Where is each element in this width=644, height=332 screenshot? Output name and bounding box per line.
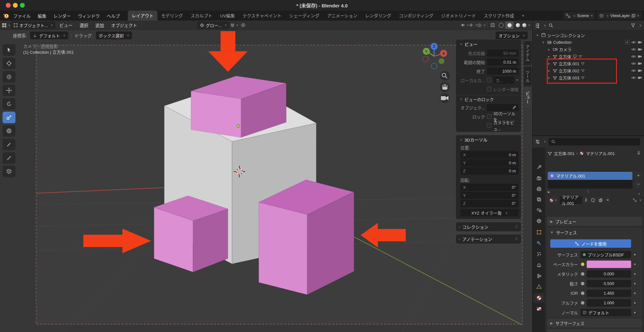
tweak-tool[interactable] [3,71,15,83]
workspace-tab-geometry-nodes[interactable]: ジオメトリノード [437,11,480,21]
shading-solid-button[interactable] [505,22,514,29]
hide-eye-icon[interactable] [631,55,636,58]
cursor-rotation-y[interactable]: Y0° [460,192,518,199]
pink-cube-right[interactable] [259,180,354,295]
outliner-row-cube[interactable]: ▸ 立方体 [533,53,644,60]
local-camera-field[interactable]: カ... [493,77,514,84]
disclosure-icon[interactable]: ▸ [547,69,551,72]
properties-search-field[interactable] [549,138,640,145]
normal-field[interactable]: デフォルト [581,309,631,316]
menu-select[interactable]: 選択 [76,22,91,28]
menu-window[interactable]: ウィンドウ [74,13,103,19]
alpha-slider[interactable]: 1.000 [587,299,631,307]
clip-start-field[interactable]: 0.01 m [487,59,518,66]
roughness-slider[interactable]: 0.500 [587,280,631,287]
resize-grip-icon[interactable]: ⠿ [587,190,590,194]
orientation-setting-dropdown[interactable]: デフォルト ∨ [30,32,68,39]
disclosure-icon[interactable]: ▸ [547,48,551,51]
disclosure-icon[interactable]: ▾ [541,41,545,44]
hide-eye-icon[interactable] [631,48,636,51]
filter-icon[interactable] [631,23,635,28]
camera-to-view-checkbox[interactable] [487,123,491,128]
drag-grip-icon[interactable]: ⠿ [515,225,518,229]
tab-view-layer-properties[interactable] [533,195,545,204]
tab-view[interactable]: ビュー [524,88,532,107]
move-tool[interactable] [3,85,15,96]
gizmo-minus-y-axis[interactable] [439,58,444,64]
workspace-tab-sculpting[interactable]: スカルプト [187,11,216,21]
workspace-tab-shading[interactable]: シェーディング [285,11,323,21]
disclosure-icon[interactable]: ▸ [547,76,551,79]
snap-toggle[interactable]: ∨ [230,22,238,29]
workspace-tab-uv[interactable]: UV編集 [216,11,239,21]
animate-dot[interactable] [634,254,636,255]
disable-render-camera-icon[interactable] [638,41,642,44]
shading-material-button[interactable] [514,22,522,29]
users-count-button[interactable]: 3 [583,196,589,204]
annotate-tool[interactable] [3,139,15,150]
blender-logo-icon[interactable] [3,12,10,19]
animate-dot[interactable] [634,273,636,275]
search-icon[interactable] [549,23,553,28]
workspace-tab-layout[interactable]: レイアウト [128,11,157,21]
workspace-tab-scripting[interactable]: スクリプト作成 [480,11,518,21]
overlays-toggle[interactable]: ∨ [477,22,486,29]
transform-orientation-selector[interactable]: グロー... ∨ [197,22,229,29]
outliner-editor-icon[interactable] [535,23,540,28]
viewlayer-unlink-button[interactable]: × [637,14,639,18]
tab-tool-properties[interactable] [533,162,545,172]
use-nodes-button[interactable]: ノードを使用 [550,239,631,248]
3d-cursor-panel-header[interactable]: ∨ 3Dカーソル [456,135,521,144]
metallic-slider[interactable]: 0.000 [587,270,631,278]
drag-grip-icon[interactable]: ⠿ [515,237,518,241]
outliner-row-camera[interactable]: ▸ カメラ [533,46,644,53]
surface-shader-dropdown[interactable]: プリンシプルBSDF [581,251,631,258]
collection-panel-header[interactable]: › コレクション ⠿ [456,222,521,231]
unlink-material-button[interactable]: × [605,196,611,204]
disclosure-icon[interactable]: ▾ [535,33,540,37]
tab-scene-properties[interactable] [533,205,545,215]
cursor-location-z[interactable]: Z0 m [460,167,518,175]
base-color-swatch[interactable] [587,261,631,268]
disclosure-icon[interactable]: ▸ [547,62,551,65]
tab-material-properties[interactable] [533,293,545,303]
material-slot-empty[interactable] [548,180,632,188]
workspace-tab-compositing[interactable]: コンポジティング [395,11,437,21]
surface-panel-header[interactable]: ▼ サーフェス [547,228,642,237]
cursor-rotation-x[interactable]: X0° [460,184,518,191]
tab-constraint-properties[interactable] [533,271,545,281]
zoom-button[interactable] [440,71,450,81]
ior-slider[interactable]: 1.450 [587,290,631,297]
new-viewlayer-icon[interactable] [631,14,635,18]
lock-object-field[interactable] [487,104,518,111]
new-material-button[interactable] [597,196,604,204]
drag-setting-dropdown[interactable]: ボックス選択 ∨ [96,32,132,39]
tab-render-properties[interactable] [533,173,545,183]
focal-length-field[interactable]: 50 mm [487,50,518,57]
hide-eye-icon[interactable] [631,69,636,72]
eyedropper-icon[interactable] [512,106,516,109]
tab-physics-properties[interactable] [533,260,545,270]
disable-render-camera-icon[interactable] [638,69,642,72]
tab-tool[interactable]: ツール [524,67,532,86]
gizmos-toggle[interactable]: ∨ [469,22,477,29]
gizmo-minus-x-axis[interactable] [422,56,428,62]
disable-render-camera-icon[interactable] [638,48,642,51]
shading-rendered-button[interactable]: ∨ [522,22,530,29]
viewlayer-selector[interactable]: ∨ ViewLayer × [597,12,641,19]
xray-toggle[interactable] [488,22,497,29]
hide-eye-icon[interactable] [631,62,636,65]
specular-panel-header[interactable]: ▶ スペキュラー [547,329,642,332]
expand-icon[interactable]: ▶ [548,190,550,194]
animate-dot[interactable] [634,283,636,284]
tab-particle-properties[interactable] [533,249,545,259]
fake-user-button[interactable] [590,196,596,204]
select-box-tool[interactable] [3,44,15,56]
rotate-tool[interactable] [3,98,15,110]
annotation-panel-header[interactable]: › アノテーション ⠿ [456,235,521,244]
editor-type-selector[interactable]: ∨ [2,22,10,29]
material-slot-selected[interactable]: マテリアル.001 [548,172,632,180]
breadcrumb-object[interactable]: 立方体.001 [554,150,574,156]
outliner-row-scene-collection[interactable]: ▾ シーンコレクション [533,32,644,39]
remove-slot-button[interactable]: − [635,180,642,188]
